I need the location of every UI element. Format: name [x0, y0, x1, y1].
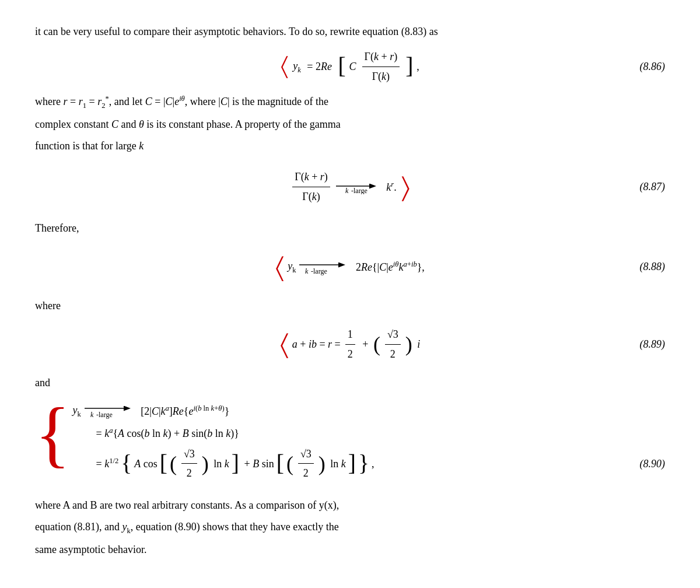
right-paren-890b: )	[318, 453, 326, 474]
therefore-label: Therefore,	[35, 220, 665, 237]
eq-number-889: (8.89)	[640, 336, 666, 353]
final-text-3: same asymptotic behavior.	[35, 541, 665, 558]
frac-886: Γ(k + r) Γ(k)	[362, 48, 400, 85]
right-sqbracket-890b: ]	[348, 452, 356, 475]
bottom-section: { yk k	[35, 397, 665, 485]
red-bracket-886: 〈	[281, 56, 288, 77]
frac-890-sqrt3b: √3 2	[298, 446, 314, 482]
right-paren-889: )	[405, 334, 412, 355]
red-bracket-888-left: 〈	[275, 246, 284, 288]
where-label: where	[35, 298, 665, 314]
eq890-line2: = ka{A cos(b ln k) + B sin(b ln k)}	[96, 425, 665, 442]
right-curly-890: }	[358, 452, 369, 475]
arrow-887: k -large	[335, 180, 382, 194]
frac-890-sqrt3a: √3 2	[181, 446, 197, 482]
left-paren-890b: (	[286, 453, 293, 474]
red-large-brace: {	[35, 397, 70, 471]
left-bracket-886: [	[338, 55, 345, 78]
svg-text:k: k	[305, 267, 309, 275]
red-bracket-889-left: 〈	[280, 323, 289, 365]
svg-text:-large: -large	[96, 411, 113, 419]
equation-887: Γ(k + r) Γ(k) k -large kr. 〉	[35, 166, 665, 208]
svg-text:k: k	[90, 411, 94, 419]
eq-number-890: (8.90)	[640, 456, 666, 473]
left-sqbracket-890a: [	[160, 452, 167, 475]
final-text-2: equation (8.81), and yk, equation (8.90)…	[35, 519, 665, 537]
equation-889: 〈 a + ib = r = 1 2 + ( √3 2 ) i (8.89)	[35, 323, 665, 365]
left-paren-889: (	[373, 334, 380, 355]
arrow-890-1: k -large	[83, 402, 136, 419]
red-bracket-887: 〉	[401, 166, 410, 208]
eq886-content: 〈 yk = 2Re [ C Γ(k + r) Γ(k) ] ,	[281, 48, 419, 85]
equation-888: 〈 yk k -large 2Re{|C|eiθka+ib}, (8.88)	[35, 246, 665, 288]
right-sqbracket-890a: ]	[232, 452, 239, 475]
svg-text:-large: -large	[351, 187, 368, 194]
eq-number-888: (8.88)	[640, 258, 666, 275]
eq-number-887: (8.87)	[640, 178, 666, 195]
arrow-888: k -large	[298, 259, 351, 275]
page-content: it can be very useful to compare their a…	[35, 23, 665, 558]
final-text-1: where A and B are two real arbitrary con…	[35, 497, 665, 514]
left-curly-890: {	[121, 452, 132, 475]
bottom-equations: yk k -large [2|	[72, 397, 665, 485]
svg-text:-large: -large	[311, 267, 327, 275]
eq-number-886: (8.86)	[640, 58, 666, 75]
left-sqbracket-890b: [	[276, 452, 284, 475]
eq890-line1: yk k -large [2|	[72, 402, 665, 420]
and-label: and	[35, 374, 665, 391]
right-bracket-886: ]	[405, 55, 413, 78]
where-r-text: where r = r1 = r2*, and let C = |C|eiθ, …	[35, 93, 665, 111]
left-paren-890a: (	[170, 453, 177, 474]
intro-text: it can be very useful to compare their a…	[35, 23, 665, 40]
frac-887: Γ(k + r) Γ(k)	[292, 169, 330, 205]
eq890-line3: = k1/2 { A cos [ ( √3 2 ) ln k ] + B sin…	[96, 446, 665, 482]
function-text: function is that for large k	[35, 138, 665, 155]
frac-889-sqrt3: √3 2	[385, 326, 401, 363]
frac-889-half: 1 2	[345, 326, 355, 363]
equation-886: 〈 yk = 2Re [ C Γ(k + r) Γ(k) ] , (8.86)	[35, 48, 665, 85]
right-paren-890a: )	[202, 453, 209, 474]
svg-text:k: k	[345, 187, 349, 194]
complex-constant-text: complex constant C and θ is its constant…	[35, 116, 665, 133]
